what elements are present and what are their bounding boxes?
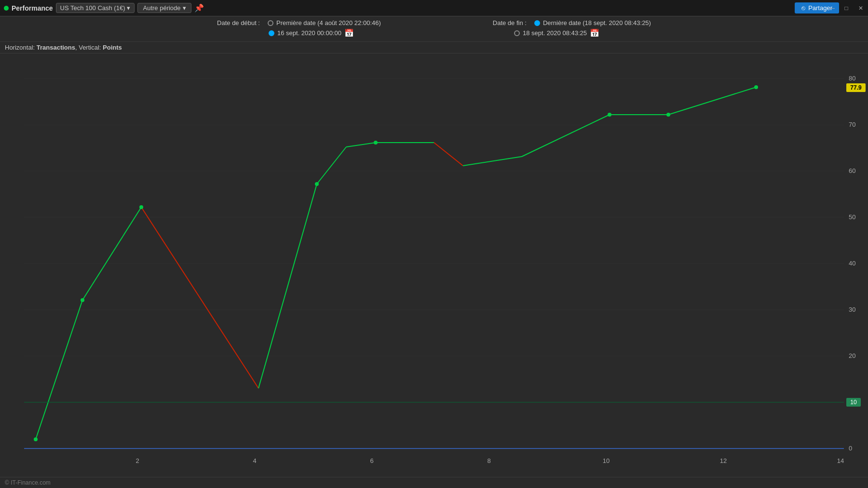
status-dot	[4, 6, 9, 11]
last-date-radio[interactable]	[534, 20, 540, 26]
x-label-10: 10	[603, 457, 610, 464]
periode-label: Autre période	[143, 4, 180, 12]
y-label-30: 30	[849, 306, 855, 313]
window-controls: — □ ✕	[825, 0, 868, 16]
x-label-2: 2	[136, 457, 139, 464]
datapoint-11	[666, 113, 670, 117]
app-title: Performance	[12, 4, 53, 12]
y-label-40: 40	[849, 260, 855, 267]
datapoint-12	[754, 85, 758, 89]
first-date-radio[interactable]	[268, 20, 273, 26]
x-label-6: 6	[370, 457, 373, 464]
datapoint-1	[81, 298, 84, 302]
date-controls: Date de début : Première date (4 août 20…	[0, 16, 868, 42]
x-label-8: 8	[487, 457, 490, 464]
datapoint-0	[34, 437, 38, 441]
first-date-option[interactable]: Première date (4 août 2020 22:00:46)	[268, 19, 381, 26]
first-date-label: Première date (4 août 2020 22:00:46)	[276, 19, 381, 26]
dropdown-arrow: ▾	[127, 4, 130, 12]
end-calendar-icon[interactable]: 📅	[590, 28, 599, 38]
footer: © IT-Finance.com	[0, 477, 868, 488]
start-date-label: Date de début :	[217, 19, 260, 26]
selected-end-option[interactable]: 18 sept. 2020 08:43:25 📅	[514, 28, 599, 38]
share-icon: ⎋	[801, 4, 805, 12]
last-date-label: Dernière date (18 sept. 2020 08:43:25)	[543, 19, 651, 26]
svg-rect-0	[0, 53, 868, 473]
price-badge-10-text: 10	[850, 399, 857, 406]
selected-end-radio[interactable]	[514, 30, 520, 36]
copyright-text: © IT-Finance.com	[5, 479, 51, 486]
pin-icon[interactable]: 📌	[194, 3, 204, 13]
periode-arrow: ▾	[183, 4, 186, 12]
last-date-option[interactable]: Dernière date (18 sept. 2020 08:43:25)	[534, 19, 651, 26]
chart-axis-label: Horizontal: Transactions, Vertical: Poin…	[5, 44, 122, 51]
price-badge-text: 77.9	[850, 84, 862, 91]
y-label-0: 0	[849, 445, 852, 452]
minimize-button[interactable]: —	[825, 0, 839, 16]
end-date-label: Date de fin :	[493, 19, 527, 26]
periode-dropdown[interactable]: Autre période ▾	[137, 3, 191, 13]
selected-start-date: 16 sept. 2020 00:00:00	[277, 29, 341, 37]
instrument-dropdown[interactable]: US Tech 100 Cash (1€) ▾	[56, 3, 135, 13]
datapoint-4	[315, 182, 319, 186]
x-label-12: 12	[720, 457, 727, 464]
y-label-50: 50	[849, 213, 855, 221]
instrument-label: US Tech 100 Cash (1€)	[60, 4, 125, 12]
performance-chart: 80 70 60 50 40 30 20 10 0 2 4 6 8 10 12 …	[0, 53, 868, 473]
chart-container: 80 70 60 50 40 30 20 10 0 2 4 6 8 10 12 …	[0, 53, 868, 488]
datapoint-6	[374, 141, 378, 145]
y-label-60: 60	[849, 167, 855, 174]
selected-end-date: 18 sept. 2020 08:43:25	[523, 29, 587, 37]
y-label-70: 70	[849, 121, 855, 128]
titlebar: Performance US Tech 100 Cash (1€) ▾ Autr…	[0, 0, 868, 16]
chart-info-bar: Horizontal: Transactions, Vertical: Poin…	[0, 42, 868, 53]
x-label-4: 4	[253, 457, 256, 464]
selected-start-radio[interactable]	[269, 30, 274, 36]
close-button[interactable]: ✕	[854, 0, 868, 16]
datapoint-10	[608, 113, 611, 117]
y-label-20: 20	[849, 352, 855, 359]
datapoint-2	[139, 205, 143, 209]
x-label-14: 14	[837, 457, 844, 464]
maximize-button[interactable]: □	[839, 0, 854, 16]
start-calendar-icon[interactable]: 📅	[344, 28, 354, 38]
selected-start-option[interactable]: 16 sept. 2020 00:00:00 📅	[269, 28, 354, 38]
y-label-80: 80	[849, 75, 855, 82]
